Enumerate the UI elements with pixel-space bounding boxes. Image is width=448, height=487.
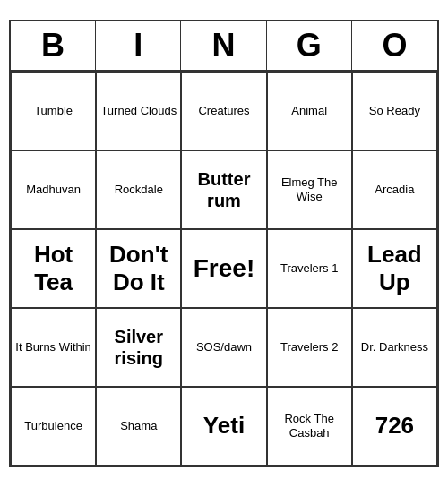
- bingo-cell: Madhuvan: [11, 150, 96, 229]
- bingo-cell: Elmeg The Wise: [267, 150, 352, 229]
- bingo-cell: Yeti: [181, 387, 266, 466]
- bingo-cell: Travelers 2: [267, 308, 352, 387]
- bingo-grid: TumbleTurned CloudsCreaturesAnimalSo Rea…: [11, 72, 437, 466]
- bingo-cell: So Ready: [352, 72, 437, 150]
- bingo-cell: Free!: [181, 229, 266, 308]
- bingo-cell: Animal: [267, 72, 352, 150]
- bingo-cell: Turbulence: [11, 387, 96, 466]
- bingo-cell: Arcadia: [352, 150, 437, 229]
- bingo-cell: Turned Clouds: [96, 72, 181, 150]
- bingo-cell: It Burns Within: [11, 308, 96, 387]
- bingo-card: BINGO TumbleTurned CloudsCreaturesAnimal…: [9, 20, 439, 467]
- bingo-cell: Tumble: [11, 72, 96, 150]
- bingo-cell: Rockdale: [96, 150, 181, 229]
- bingo-cell: Rock The Casbah: [267, 387, 352, 466]
- bingo-cell: Don't Do It: [96, 229, 181, 308]
- header-letter: I: [96, 21, 181, 70]
- bingo-header: BINGO: [11, 21, 437, 72]
- bingo-cell: Dr. Darkness: [352, 308, 437, 387]
- bingo-cell: Travelers 1: [267, 229, 352, 308]
- bingo-cell: Hot Tea: [11, 229, 96, 308]
- bingo-cell: Butter rum: [181, 150, 266, 229]
- bingo-cell: Lead Up: [352, 229, 437, 308]
- bingo-cell: Silver rising: [96, 308, 181, 387]
- bingo-cell: 726: [352, 387, 437, 466]
- bingo-cell: Shama: [96, 387, 181, 466]
- bingo-cell: SOS/dawn: [181, 308, 266, 387]
- header-letter: B: [11, 21, 96, 70]
- bingo-cell: Creatures: [181, 72, 266, 150]
- header-letter: N: [181, 21, 266, 70]
- header-letter: O: [352, 21, 437, 70]
- header-letter: G: [267, 21, 352, 70]
